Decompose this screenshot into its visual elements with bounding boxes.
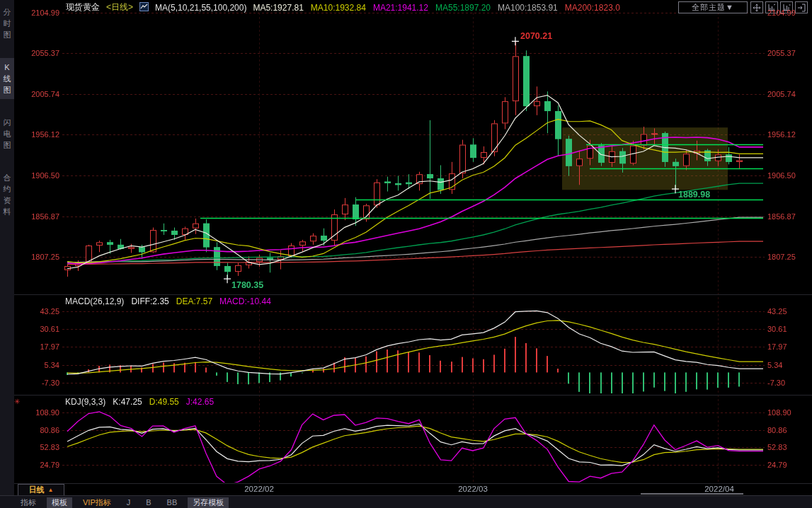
kdj-axis-label: 108.90: [14, 408, 59, 417]
toolbar-tabs: 指标模板VIP指标JBBB另存模板: [16, 497, 229, 508]
tab-j[interactable]: J: [122, 497, 136, 508]
macd-axis-label: -7.30: [767, 379, 811, 387]
period-indicator: <日线>: [106, 1, 133, 13]
tab-bb[interactable]: BB: [162, 497, 183, 508]
macd-axis-label: 5.34: [14, 361, 59, 369]
tab-save-template[interactable]: 另存模板: [188, 497, 229, 508]
theme-dropdown[interactable]: 全部主题▼: [678, 1, 748, 13]
chart-icon: [139, 2, 149, 13]
macd-dea-value: DEA:7.57: [176, 296, 212, 306]
support-price-annotation: 1889.98: [678, 190, 710, 200]
x-axis-label: 2022/04: [704, 485, 734, 493]
x-axis-label: 2022/03: [458, 485, 488, 493]
macd-panel-header: MACD(26,12,9) DIFF:2.35 DEA:7.57 MACD:-1…: [65, 296, 271, 306]
sidebar-item-flash-chart[interactable]: 闪 电 图: [0, 113, 14, 154]
price-axis-label: 1807.25: [14, 253, 59, 261]
price-axis-label: 2005.74: [14, 90, 59, 98]
bottom-toolbar: 指标模板VIP指标JBBB另存模板: [0, 495, 812, 508]
price-axis-label: 2104.99: [767, 8, 811, 17]
macd-axis-label: 17.97: [767, 342, 811, 351]
tab-vip-indicator[interactable]: VIP指标: [78, 497, 116, 508]
alert-icon: ✳: [14, 398, 20, 405]
kdj-axis-label: 108.90: [767, 408, 811, 417]
macd-axis-label: 30.61: [767, 325, 811, 333]
low-price-annotation: 1780.35: [231, 280, 263, 290]
macd-axis-label: -7.30: [14, 379, 59, 387]
sidebar-item-contract-info[interactable]: 合 约 资 料: [0, 168, 14, 221]
kdj-j-value: J:42.65: [186, 397, 214, 407]
price-axis-label: 2104.99: [14, 8, 59, 17]
kdj-panel-header: KDJ(9,3,3) K:47.25 D:49.55 J:42.65: [65, 397, 214, 407]
panel-divider: [14, 294, 812, 295]
sidebar-item-kline-chart[interactable]: K 线 图: [0, 58, 14, 99]
macd-diff-value: DIFF:2.35: [131, 296, 168, 306]
kdj-axis-label: 80.86: [767, 426, 811, 434]
x-axis-label: 2022/02: [244, 485, 274, 493]
price-axis-label: 1856.87: [14, 212, 59, 221]
macd-axis-label: 5.34: [767, 361, 811, 369]
chart-header: 现货黄金 <日线> MA(5,10,21,55,100,200) MA5:192…: [66, 1, 620, 13]
period-label: 日线: [29, 485, 45, 495]
ma-group-label: MA(5,10,21,55,100,200): [155, 3, 246, 13]
kdj-axis-label: 24.79: [767, 461, 811, 469]
macd-axis-label: 43.25: [767, 307, 811, 316]
kdj-axis-label: 52.83: [14, 443, 59, 451]
triangle-up-icon: ▲: [48, 487, 54, 493]
tab-template[interactable]: 模板: [47, 497, 72, 508]
kdj-axis-label: 52.83: [767, 443, 811, 451]
price-axis-label: 1807.25: [767, 253, 811, 261]
ma-value: MA100:1853.91: [498, 3, 558, 13]
period-selector-button[interactable]: 日线 ▲: [18, 484, 64, 496]
price-axis-label: 2005.74: [767, 90, 811, 98]
candlestick-chart-canvas[interactable]: [0, 0, 812, 508]
price-axis-label: 2055.37: [767, 49, 811, 57]
macd-axis-label: 17.97: [14, 342, 59, 351]
pan-tool-button[interactable]: [750, 1, 763, 13]
price-axis-label: 1956.12: [767, 130, 811, 139]
symbol-name: 现货黄金: [66, 1, 100, 13]
macd-axis-label: 30.61: [14, 325, 59, 333]
kdj-title: KDJ(9,3,3): [65, 397, 105, 407]
panel-divider: [14, 483, 812, 484]
macd-title: MACD(26,12,9): [65, 296, 124, 306]
ma-value: MA10:1932.84: [311, 3, 366, 13]
sidebar-item-time-chart[interactable]: 分 时 图: [0, 3, 14, 44]
high-price-annotation: 2070.21: [520, 31, 552, 41]
sidebar: 分 时 图K 线 图闪 电 图合 约 资 料: [0, 0, 14, 508]
pan-icon: [753, 4, 761, 12]
price-axis-label: 2055.37: [14, 49, 59, 57]
macd-axis-label: 43.25: [14, 307, 59, 316]
ma-value: MA21:1941.12: [373, 3, 428, 13]
scroll-indicator[interactable]: [641, 493, 743, 495]
kdj-k-value: K:47.25: [113, 397, 142, 407]
tab-b[interactable]: B: [141, 497, 156, 508]
price-axis-label: 1856.87: [767, 212, 811, 221]
kdj-axis-label: 80.86: [14, 426, 59, 434]
panel-divider: [14, 395, 812, 396]
ma-value: MA55:1897.20: [435, 3, 491, 13]
price-axis-label: 1906.50: [14, 171, 59, 180]
kdj-axis-label: 24.79: [14, 461, 59, 469]
tab-indicator[interactable]: 指标: [16, 497, 41, 508]
kdj-d-value: D:49.55: [149, 397, 179, 407]
price-axis-label: 1956.12: [14, 130, 59, 139]
price-axis-label: 1906.50: [767, 171, 811, 180]
ma-values: MA5:1927.81MA10:1932.84MA21:1941.12MA55:…: [253, 3, 619, 13]
ma-value: MA5:1927.81: [253, 3, 303, 13]
ma-value: MA200:1823.0: [565, 3, 620, 13]
macd-hist-value: MACD:-10.44: [219, 296, 271, 306]
